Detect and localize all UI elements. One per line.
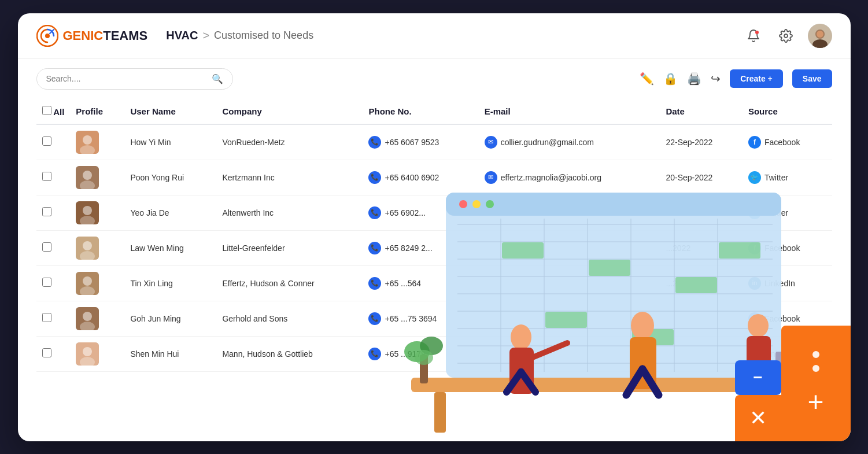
share-icon[interactable]: ↪ — [711, 72, 721, 86]
row-checkbox-1[interactable] — [42, 172, 51, 181]
row-checkbox-3[interactable] — [42, 242, 51, 252]
cell-phone: 📞+65 ...75 3694 — [363, 301, 478, 336]
settings-button[interactable] — [775, 25, 796, 46]
breadcrumb-root: HVAC — [166, 29, 198, 42]
profile-avatar-1 — [76, 166, 99, 189]
cell-date: ...2022 — [660, 230, 743, 265]
row-checkbox-0[interactable] — [42, 136, 51, 146]
cell-name: How Yi Min — [124, 124, 216, 160]
user-avatar[interactable] — [808, 24, 832, 48]
header: GENICTEAMS HVAC > Customised to Needs — [18, 13, 851, 59]
phone-icon: 📞 — [368, 136, 381, 149]
avatar-image — [808, 24, 832, 48]
th-checkbox: All — [36, 99, 71, 124]
row-checkbox-2[interactable] — [42, 207, 51, 216]
svg-point-9 — [83, 135, 92, 145]
cell-source: fFacebook — [743, 124, 832, 160]
phone-icon: 📞 — [368, 206, 381, 219]
select-all-checkbox[interactable] — [42, 106, 51, 115]
all-label: All — [53, 107, 64, 117]
th-date: Date — [660, 99, 743, 124]
create-button[interactable]: Create + — [730, 69, 783, 88]
row-checkbox-5[interactable] — [42, 313, 51, 322]
th-source: Source — [743, 99, 832, 124]
search-icon[interactable]: 🔍 — [212, 73, 223, 84]
cell-phone: 📞+65 ...9179 — [363, 336, 478, 371]
svg-point-15 — [83, 206, 92, 215]
profile-avatar-4 — [76, 272, 99, 295]
phone-icon: 📞 — [368, 348, 381, 360]
cell-name: Poon Yong Rui — [124, 160, 216, 195]
svg-point-27 — [83, 347, 92, 356]
cell-company: Mann, Hudson & Gottlieb — [216, 336, 363, 371]
logo-text: GENICTEAMS — [63, 28, 148, 43]
cell-phone: 📞+65 ...564 — [363, 265, 478, 301]
cell-company: VonRueden-Metz — [216, 124, 363, 160]
cell-email: ✉effertz.magnolia@jacobi.org — [479, 160, 660, 195]
print-icon[interactable]: 🖨️ — [687, 72, 701, 86]
table-header-row: All Profile User Name Company Phone No. … — [36, 99, 832, 124]
breadcrumb-sub: Customised to Needs — [214, 29, 313, 42]
svg-point-24 — [83, 312, 92, 321]
table-row: How Yi MinVonRueden-Metz📞+65 6067 9523✉c… — [36, 124, 832, 160]
phone-icon: 📞 — [368, 242, 381, 254]
edit-icon[interactable]: ✏️ — [640, 72, 654, 86]
cell-email: ✉collier.gudrun@gmail.com — [479, 124, 660, 160]
lock-icon[interactable]: 🔒 — [663, 72, 678, 86]
svg-line-69 — [626, 369, 642, 395]
save-button[interactable]: Save — [792, 69, 832, 88]
cell-date: 22-Sep-2022 — [660, 124, 743, 160]
gear-icon — [779, 29, 793, 43]
header-right — [743, 24, 832, 48]
table-row: Tin Xin LingEffertz, Hudson & Conner📞+65… — [36, 265, 832, 301]
linkedin-icon: in — [748, 348, 761, 360]
contacts-table: All Profile User Name Company Phone No. … — [36, 99, 832, 372]
toolbar: 🔍 ✏️ 🔒 🖨️ ↪ Create + Save — [18, 59, 851, 99]
cell-name: Law Wen Ming — [124, 230, 216, 265]
cell-company: Effertz, Hudson & Conner — [216, 265, 363, 301]
phone-icon: 📞 — [368, 277, 381, 290]
svg-point-18 — [83, 241, 92, 250]
table-row: Shen Min HuiMann, Hudson & Gottlieb📞+65 … — [36, 336, 832, 371]
cell-email — [479, 336, 660, 371]
profile-avatar-6 — [76, 342, 99, 366]
cell-email — [479, 195, 660, 230]
cell-source: fFacebook — [743, 230, 832, 265]
cell-email — [479, 265, 660, 301]
svg-line-65 — [521, 372, 535, 392]
row-checkbox-6[interactable] — [42, 348, 51, 357]
cell-company: Altenwerth Inc — [216, 195, 363, 230]
dot1 — [812, 351, 819, 358]
plus-symbol: + — [807, 388, 823, 416]
row-checkbox-4[interactable] — [42, 278, 51, 287]
notifications-button[interactable] — [743, 25, 764, 46]
th-company: Company — [216, 99, 363, 124]
profile-avatar-0 — [76, 131, 99, 154]
cell-date — [660, 301, 743, 336]
bell-icon — [747, 29, 760, 43]
cell-phone: 📞+65 6902... — [363, 195, 478, 230]
table-row: Yeo Jia DeAltenwerth Inc📞+65 6902......-… — [36, 195, 832, 230]
search-input[interactable] — [46, 74, 207, 83]
cell-source: 🐦Twitter — [743, 195, 832, 230]
facebook-icon: f — [748, 136, 761, 149]
twitter-icon: 🐦 — [748, 171, 761, 184]
cell-company: Littel-Greenfelder — [216, 230, 363, 265]
cell-date: 20-Sep-2022 — [660, 160, 743, 195]
th-phone: Phone No. — [363, 99, 478, 124]
twitter-icon: 🐦 — [748, 206, 761, 219]
logo-icon — [36, 25, 58, 47]
table-row: Law Wen MingLittel-Greenfelder📞+65 8249 … — [36, 230, 832, 265]
phone-icon: 📞 — [368, 312, 381, 325]
cell-date: ...2 — [660, 265, 743, 301]
calc-panel: + — [781, 326, 851, 441]
cell-company: Kertzmann Inc — [216, 160, 363, 195]
svg-rect-56 — [434, 392, 446, 433]
cell-email — [479, 301, 660, 336]
toolbar-actions: ✏️ 🔒 🖨️ ↪ Create + Save — [640, 69, 832, 88]
cell-name: Shen Min Hui — [124, 336, 216, 371]
email-icon: ✉ — [485, 136, 497, 149]
cell-name: Goh Jun Ming — [124, 301, 216, 336]
search-box[interactable]: 🔍 — [36, 68, 233, 90]
cell-name: Tin Xin Ling — [124, 265, 216, 301]
